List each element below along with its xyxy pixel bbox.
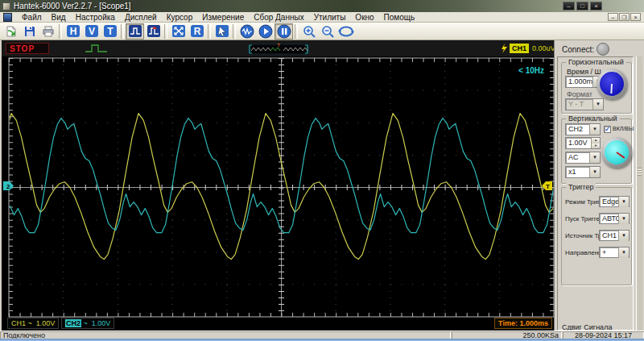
toolbar: H V T R (0, 23, 644, 40)
trigger-scale-button[interactable]: T (101, 23, 119, 40)
control-panel: Connect: Горизонтальный Время / Ш 1.000m… (554, 40, 642, 331)
save-button[interactable] (20, 23, 39, 40)
timebase-label: Время / Ш (567, 68, 601, 76)
channel-select[interactable]: CH2▼ (565, 123, 601, 135)
pause-icon (285, 28, 287, 35)
connect-button[interactable] (597, 43, 609, 56)
chevron-down-icon: ▼ (589, 152, 600, 163)
toolbar-separator (164, 24, 167, 39)
title-bar: Hantek-6000 Ver2.2.7 - [Scope1] – □ × (0, 0, 644, 12)
svg-text:H: H (69, 26, 76, 37)
chevron-down-icon: ▼ (618, 197, 629, 207)
chevron-down-icon: ▼ (618, 247, 629, 258)
coupling-select[interactable]: AC▼ (565, 152, 601, 164)
trigger-slope-select[interactable]: +▼ (599, 247, 630, 258)
trigger-level-value: 0.00uV (532, 44, 555, 53)
chevron-down-icon: ▼ (618, 214, 629, 224)
toolbar-separator (295, 24, 298, 39)
menu-view[interactable]: Вид (47, 13, 71, 22)
scope1-window-icon[interactable] (3, 13, 12, 22)
vertical-group-title: Вертикальный (566, 114, 620, 123)
timebase-readout: Time: 1.000ms (494, 318, 552, 329)
horizontal-knob[interactable] (597, 69, 627, 99)
run-button[interactable] (256, 23, 275, 40)
record-button[interactable]: R (188, 23, 206, 40)
svg-text:V: V (88, 26, 94, 37)
child-close-button[interactable]: × (630, 13, 641, 21)
ch2-coupling-icon: ~ (84, 319, 88, 327)
trigger-group-title: Триггер (566, 183, 596, 191)
import-button[interactable] (2, 23, 20, 40)
menu-measure[interactable]: Измерение (197, 13, 249, 22)
vertical-scale-button[interactable]: V (82, 23, 101, 40)
channel-enable-checkbox[interactable]: ✓ (604, 126, 611, 133)
toolbar-separator (233, 24, 236, 39)
ch1-scale-readout: CH1 ~ 1.00V (7, 318, 59, 329)
toolbar-separator (59, 24, 62, 39)
scope-area: STOP T CH1 0.00uV 2 (2, 40, 554, 331)
scope-grid-canvas: 2 T (2, 56, 554, 331)
pulse-shift-button[interactable] (144, 23, 163, 40)
pointer-button[interactable] (213, 23, 231, 40)
pulse-mode-button[interactable] (126, 23, 144, 40)
auto-trigger-button[interactable] (237, 23, 256, 40)
svg-text:R: R (193, 26, 200, 37)
scrollbar-grip[interactable] (638, 168, 642, 176)
menu-setup[interactable]: Настройка (71, 13, 120, 22)
ch2-marker-label: 2 (6, 183, 10, 190)
probe-select[interactable]: x1▼ (565, 166, 601, 178)
waveform-display: 2 T < 10Hz CH1 ~ 1.00V CH2 ~ 1.00V Time:… (2, 56, 554, 331)
child-restore-button[interactable]: ❐ (619, 13, 630, 21)
channel-enable-label: ВКЛ/ВЫ (613, 126, 634, 131)
minimize-button[interactable]: – (563, 2, 575, 10)
panel-scrollbar[interactable] (636, 56, 642, 331)
chevron-down-icon: ▼ (618, 231, 629, 241)
zoom-out-button[interactable] (318, 23, 336, 40)
acquisition-status: STOP (6, 43, 49, 54)
waveform-ch1 (5, 114, 554, 260)
chevron-down-icon: ▼ (589, 167, 600, 177)
volts-per-div-stepper[interactable]: 1.00V▲▼ (565, 137, 601, 149)
close-button[interactable]: × (590, 2, 602, 10)
horizontal-scale-button[interactable]: H (64, 23, 82, 40)
vertical-knob[interactable] (601, 137, 632, 168)
menu-acquire[interactable]: Сбор Данных (249, 13, 308, 22)
buffer-preview[interactable]: T (248, 43, 309, 55)
print-button[interactable] (39, 23, 57, 40)
ch2-scale-readout: CH2 ~ 1.00V (61, 318, 114, 329)
trigger-channel-badge: CH1 (510, 44, 529, 53)
chevron-down-icon: ▼ (589, 124, 600, 135)
horizontal-group-title: Горизонтальный (566, 58, 626, 66)
menu-file[interactable]: Файл (17, 13, 47, 22)
connect-label: Connect: (562, 45, 594, 54)
menu-cursor[interactable]: Курсор (162, 13, 198, 22)
format-select[interactable]: Y - T▼ (565, 98, 604, 110)
app-icon (2, 2, 10, 10)
spin-down-icon: ▼ (591, 143, 600, 149)
child-minimize-button[interactable]: – (608, 13, 618, 21)
trigger-source-select[interactable]: CH1▼ (599, 230, 630, 241)
pause-button[interactable] (275, 23, 293, 40)
trigger-mode-select[interactable]: Edge▼ (599, 196, 630, 207)
menu-display[interactable]: Дисплей (120, 13, 162, 22)
window-title: Hantek-6000 Ver2.2.7 - [Scope1] (14, 2, 131, 10)
roll-button[interactable] (336, 23, 355, 40)
waveform-ch2 (2, 119, 554, 233)
menu-bar: Файл Вид Настройка Дисплей Курсор Измере… (0, 12, 644, 23)
self-calibration-button[interactable] (169, 23, 188, 40)
trigger-lightning-icon (500, 43, 508, 54)
zoom-in-button[interactable] (299, 23, 318, 40)
trigger-marker-label: T (546, 183, 550, 190)
menu-help[interactable]: Помощь (379, 13, 420, 22)
main-content: STOP T CH1 0.00uV 2 (0, 40, 644, 331)
menu-utility[interactable]: Утилиты (309, 13, 351, 22)
menu-window[interactable]: Окно (350, 13, 378, 22)
status-bar: Подключено 250.00KSa 28-09-2024 15:17 (0, 331, 644, 339)
pulse-indicator-icon (85, 43, 109, 54)
maximize-button[interactable]: □ (576, 2, 588, 10)
ch1-coupling-icon: ~ (28, 319, 32, 327)
toolbar-separator (208, 24, 211, 39)
svg-text:T: T (107, 26, 114, 37)
format-label: Формат (567, 90, 592, 98)
trigger-sweep-select[interactable]: АВТО▼ (599, 213, 630, 224)
